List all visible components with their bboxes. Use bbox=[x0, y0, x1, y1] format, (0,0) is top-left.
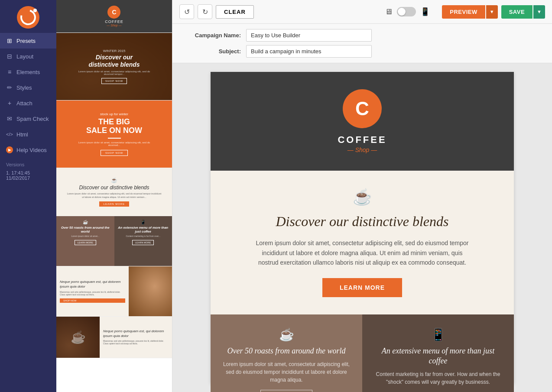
attach-label: Attach bbox=[16, 100, 32, 107]
campaign-fields: Campaign Name: Subject: bbox=[172, 24, 552, 63]
spam-label: Spam Check bbox=[16, 116, 49, 122]
styles-icon: ✏ bbox=[6, 84, 13, 91]
save-button[interactable]: SAVE bbox=[501, 5, 533, 19]
email-learn-more-button[interactable]: LEARN MORE bbox=[322, 278, 402, 297]
template-card-winter[interactable]: WINTER 2015 Discover ourdistinctive blen… bbox=[56, 33, 172, 100]
campaign-name-label: Campaign Name: bbox=[190, 32, 246, 39]
sidebar-item-spam-check[interactable]: ✉ Spam Check bbox=[0, 111, 56, 126]
layout-label: Layout bbox=[16, 53, 33, 60]
redo-button[interactable]: ↻ bbox=[198, 4, 212, 19]
desktop-icon[interactable]: 🖥 bbox=[385, 7, 393, 16]
tpl7-image: ☕ bbox=[56, 317, 100, 358]
html-icon: </> bbox=[6, 131, 13, 138]
subject-input[interactable] bbox=[246, 45, 372, 58]
template-card-two-col[interactable]: ☕ Over 50 roasts from around the world L… bbox=[56, 216, 172, 266]
sidebar-logo bbox=[0, 0, 56, 33]
email-content: C COFFEE — Shop — ☕ Discover our distinc… bbox=[211, 72, 514, 383]
sidebar-item-elements[interactable]: ≡ Elements bbox=[0, 64, 56, 80]
logo-icon bbox=[17, 6, 39, 29]
spam-icon: ✉ bbox=[6, 115, 13, 122]
toggle-knob bbox=[398, 8, 406, 16]
email-col-roasts: ☕ Over 50 roasts from around the world L… bbox=[211, 314, 362, 392]
sidebar-item-presets[interactable]: ⊞ Presets bbox=[0, 33, 56, 49]
sidebar-item-html[interactable]: </> Html bbox=[0, 126, 56, 142]
device-toggle: 🖥 📱 bbox=[385, 7, 430, 16]
layout-icon: ⊟ bbox=[6, 53, 13, 60]
elements-icon: ≡ bbox=[6, 68, 13, 75]
email-col1-learn-more-button[interactable]: LEARN MORE bbox=[260, 390, 313, 392]
html-label: Html bbox=[16, 131, 28, 138]
undo-button[interactable]: ↺ bbox=[179, 4, 194, 19]
template-card-text-image[interactable]: Neque porro quisquam est, qui dolorem ip… bbox=[56, 266, 172, 317]
preview-button[interactable]: PREVIEW bbox=[442, 5, 485, 19]
subject-label: Subject: bbox=[190, 48, 246, 55]
tpl7-right: Neque porro quisquam est, qui dolorem ip… bbox=[100, 317, 172, 358]
email-preview[interactable]: C COFFEE — Shop — ☕ Discover our distinc… bbox=[172, 63, 552, 392]
template-card-distinctive[interactable]: ☕ Discover our distinctive blends Lorem … bbox=[56, 168, 172, 216]
presets-icon: ⊞ bbox=[6, 37, 13, 44]
subject-row: Subject: bbox=[190, 45, 535, 58]
preview-btn-group: PREVIEW ▼ bbox=[442, 5, 497, 19]
tpl5-col1: ☕ Over 50 roasts from around the world L… bbox=[56, 216, 114, 266]
email-section-discover: ☕ Discover our distinctive blends Lorem … bbox=[211, 171, 514, 314]
elements-label: Elements bbox=[16, 69, 40, 75]
version-item: 1. 17:41:45 11/02/2017 bbox=[0, 169, 56, 182]
email-col-menu: 📱 An extensive menu of more than just co… bbox=[362, 314, 514, 392]
tpl5-col2: 📱 An extensive menu of more than just co… bbox=[114, 216, 172, 266]
tpl6-image bbox=[129, 266, 172, 316]
help-videos-icon: ▶ bbox=[6, 146, 13, 153]
template-card-big-sale[interactable]: stock up for winter THE BIGSALE ON NOW L… bbox=[56, 100, 172, 168]
campaign-name-input[interactable] bbox=[246, 29, 372, 42]
attach-icon: + bbox=[6, 100, 13, 107]
tpl1-logo-circle: C bbox=[107, 6, 120, 19]
sidebar-item-styles[interactable]: ✏ Styles bbox=[0, 80, 56, 95]
template-card-logo[interactable]: C COFFEE — Shop — bbox=[56, 0, 172, 33]
toolbar: ↺ ↻ CLEAR 🖥 📱 PREVIEW ▼ SAVE ▼ bbox=[172, 0, 552, 24]
mobile-icon[interactable]: 📱 bbox=[420, 7, 430, 16]
email-two-col-section: ☕ Over 50 roasts from around the world L… bbox=[211, 314, 514, 392]
tpl6-left: Neque porro quisquam est, qui dolorem ip… bbox=[56, 266, 129, 316]
preview-dropdown-button[interactable]: ▼ bbox=[486, 5, 498, 19]
sidebar-item-attach[interactable]: + Attach bbox=[0, 95, 56, 111]
styles-label: Styles bbox=[16, 84, 32, 91]
sidebar-item-help-videos[interactable]: ▶ Help Videos bbox=[0, 142, 56, 158]
sidebar: ⊞ Presets ⊟ Layout ≡ Elements ✏ Styles +… bbox=[0, 0, 56, 392]
clear-button[interactable]: CLEAR bbox=[216, 5, 254, 19]
save-btn-group: SAVE ▼ bbox=[501, 5, 545, 19]
presets-label: Presets bbox=[16, 38, 36, 44]
help-videos-label: Help Videos bbox=[16, 147, 47, 153]
versions-label: Versions bbox=[0, 158, 30, 169]
main-area: ↺ ↻ CLEAR 🖥 📱 PREVIEW ▼ SAVE ▼ Campaign … bbox=[172, 0, 552, 392]
template-card-beans-text[interactable]: ☕ Neque porro quisquam est, qui dolorem … bbox=[56, 317, 172, 358]
save-dropdown-button[interactable]: ▼ bbox=[533, 5, 545, 19]
template-panel: C COFFEE — Shop — WINTER 2015 Discover o… bbox=[56, 0, 172, 392]
device-toggle-switch[interactable] bbox=[397, 7, 416, 16]
campaign-name-row: Campaign Name: bbox=[190, 29, 535, 42]
email-logo: C bbox=[343, 89, 382, 128]
sidebar-item-layout[interactable]: ⊟ Layout bbox=[0, 49, 56, 64]
email-header: C COFFEE — Shop — bbox=[211, 72, 514, 171]
